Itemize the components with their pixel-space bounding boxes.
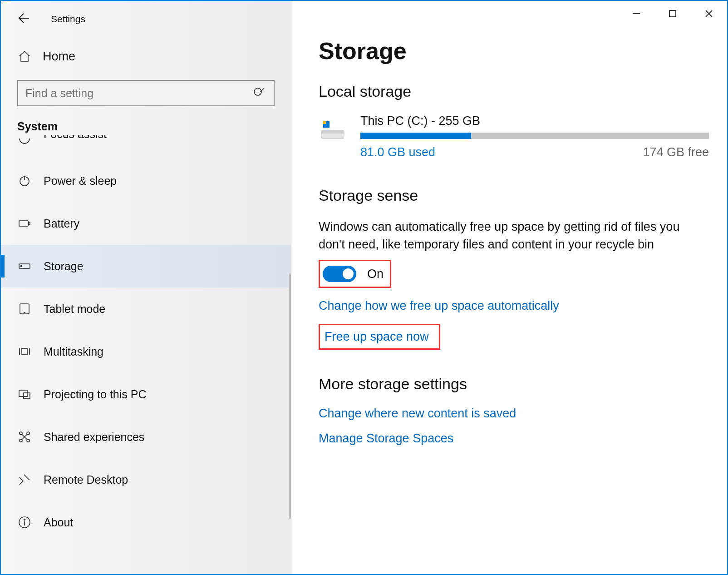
maximize-button[interactable] <box>654 1 691 26</box>
nav-label: About <box>44 516 73 529</box>
storage-sense-toggle[interactable] <box>323 266 356 282</box>
sidebar-item-focus-assist[interactable]: Focus assist <box>1 135 291 159</box>
power-icon <box>17 173 32 188</box>
storage-bar <box>360 133 709 139</box>
search-icon <box>252 86 266 100</box>
battery-icon <box>17 216 32 231</box>
app-title: Settings <box>51 14 85 25</box>
remote-desktop-icon <box>17 472 32 487</box>
storage-bar-fill <box>360 133 471 139</box>
drive-title: This PC (C:) - 255 GB <box>360 114 709 128</box>
section-label: System <box>1 120 291 135</box>
nav-list: Focus assist Power & sleep Battery Stora… <box>1 135 291 544</box>
svg-rect-33 <box>323 121 326 124</box>
nav-label: Multitasking <box>44 345 103 358</box>
tablet-icon <box>17 302 32 316</box>
storage-icon <box>17 259 32 273</box>
sidebar-item-multitasking[interactable]: Multitasking <box>1 330 291 373</box>
multitasking-icon <box>17 344 32 359</box>
link-change-auto-free[interactable]: Change how we free up space automaticall… <box>319 299 559 313</box>
svg-point-5 <box>254 88 261 95</box>
window-controls <box>618 1 727 26</box>
storage-free: 174 GB free <box>643 145 709 159</box>
nav-label: Storage <box>44 260 84 273</box>
sidebar-scrollbar[interactable] <box>289 273 291 519</box>
sidebar-item-storage[interactable]: Storage <box>1 245 291 288</box>
storage-sense-toggle-row: On <box>319 260 391 288</box>
projecting-icon <box>17 387 32 402</box>
main-content: Storage Local storage This PC (C:) - 255… <box>291 1 727 574</box>
svg-rect-1 <box>669 10 676 17</box>
sidebar-item-remote-desktop[interactable]: Remote Desktop <box>1 458 291 501</box>
nav-label: Battery <box>44 217 79 230</box>
sidebar-item-about[interactable]: About <box>1 501 291 544</box>
svg-rect-19 <box>24 393 30 398</box>
drive-icon <box>319 115 347 143</box>
svg-rect-31 <box>321 130 344 134</box>
nav-label: Focus assist <box>44 135 107 141</box>
nav-label: Tablet mode <box>44 302 105 316</box>
storage-sense-description: Windows can automatically free up space … <box>319 218 704 253</box>
toggle-state-label: On <box>367 267 384 281</box>
nav-label: Projecting to this PC <box>44 388 147 401</box>
nav-label: Power & sleep <box>44 174 117 188</box>
focus-assist-icon <box>17 135 32 146</box>
svg-rect-17 <box>22 348 27 355</box>
svg-rect-18 <box>19 390 27 397</box>
page-title: Storage <box>319 37 709 64</box>
search-box[interactable] <box>17 80 275 106</box>
svg-point-29 <box>24 519 25 520</box>
home-icon <box>17 49 32 64</box>
link-manage-storage-spaces[interactable]: Manage Storage Spaces <box>319 431 453 446</box>
local-storage-heading: Local storage <box>319 83 709 100</box>
search-input[interactable] <box>25 87 252 100</box>
more-settings-heading: More storage settings <box>319 375 709 393</box>
minimize-button[interactable] <box>618 1 654 26</box>
svg-point-12 <box>21 266 22 267</box>
close-button[interactable] <box>691 1 727 26</box>
storage-sense-heading: Storage sense <box>319 187 709 204</box>
storage-used: 81.0 GB used <box>360 145 435 159</box>
sidebar-item-battery[interactable]: Battery <box>1 202 291 245</box>
link-change-save-location[interactable]: Change where new content is saved <box>319 406 516 421</box>
link-free-up-now[interactable]: Free up space now <box>319 324 440 350</box>
sidebar-item-shared-experiences[interactable]: Shared experiences <box>1 416 291 458</box>
nav-label: Remote Desktop <box>44 473 128 486</box>
sidebar-item-power-sleep[interactable]: Power & sleep <box>1 159 291 202</box>
nav-label: Shared experiences <box>44 431 144 444</box>
sidebar: Settings Home System Focus assist Power … <box>1 1 291 574</box>
shared-icon <box>17 430 32 444</box>
sidebar-item-tablet-mode[interactable]: Tablet mode <box>1 288 291 330</box>
back-button[interactable] <box>17 11 31 27</box>
svg-line-26 <box>24 475 30 480</box>
sidebar-item-home[interactable]: Home <box>1 33 291 80</box>
info-icon <box>17 515 32 530</box>
home-label: Home <box>43 50 75 64</box>
drive-row[interactable]: This PC (C:) - 255 GB 81.0 GB used 174 G… <box>319 114 709 159</box>
sidebar-item-projecting[interactable]: Projecting to this PC <box>1 373 291 416</box>
svg-rect-10 <box>29 222 30 225</box>
svg-rect-9 <box>19 221 28 226</box>
